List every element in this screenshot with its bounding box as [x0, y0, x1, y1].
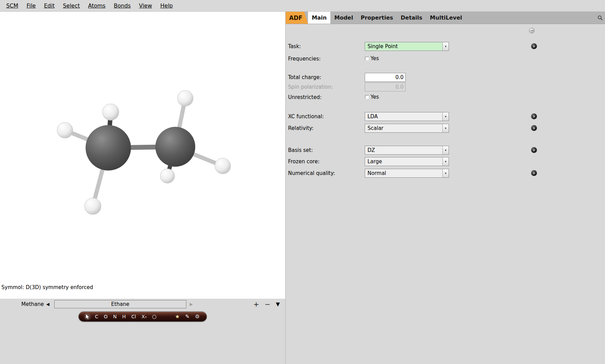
hydrogen-atom[interactable] [177, 90, 193, 106]
hydrogen-atom[interactable] [57, 122, 73, 138]
spacer [466, 12, 597, 24]
tab-multilevel[interactable]: MultiLevel [426, 12, 466, 24]
menu-file[interactable]: File [22, 2, 40, 9]
menu-scm[interactable]: SCM [2, 2, 22, 9]
prev-molecule-button[interactable]: Methane ◀ [21, 301, 50, 307]
xc-functional-details-button[interactable]: › [531, 113, 537, 119]
relativity-dropdown[interactable]: Scalar ▾ [365, 124, 449, 133]
basis-set-dropdown[interactable]: DZ ▾ [365, 146, 449, 155]
remove-molecule-button[interactable]: − [265, 300, 271, 308]
cursor-icon [86, 314, 89, 319]
menu-help[interactable]: Help [156, 2, 177, 9]
carbon-atom[interactable] [86, 125, 131, 170]
tab-model[interactable]: Model [330, 12, 357, 24]
relativity-details-button[interactable]: › [531, 125, 537, 131]
menu-view[interactable]: View [135, 2, 156, 9]
hydrogen-atom[interactable] [160, 169, 175, 183]
frozen-core-dropdown[interactable]: Large ▾ [365, 157, 449, 166]
oxygen-tool[interactable]: O [101, 314, 110, 319]
current-molecule-field[interactable]: Ethane [54, 300, 186, 308]
tab-bar: ADF Main Model Properties Details MultiL… [286, 12, 605, 24]
task-label: Task: [288, 42, 301, 51]
frequencies-checkbox[interactable]: Yes [365, 55, 379, 62]
search-icon [597, 15, 603, 21]
relativity-row: Relativity: Scalar ▾ › [286, 124, 605, 133]
xc-functional-dropdown[interactable]: LDA ▾ [365, 112, 449, 121]
element-x-label: X [142, 314, 145, 319]
symmetry-status: Symmol: D(3D) symmetry enforced [1, 284, 93, 290]
right-arrow-icon[interactable]: ▶ [190, 302, 193, 307]
ring-tool-icon[interactable]: ○ [149, 314, 159, 319]
numerical-quality-dropdown[interactable]: Normal ▾ [365, 169, 449, 178]
unrestricted-label: Unrestricted: [288, 93, 322, 102]
chevron-right-icon: › [533, 170, 535, 175]
tab-main[interactable]: Main [308, 12, 331, 24]
chevron-right-icon: › [533, 147, 535, 152]
basis-set-label: Basis set: [288, 146, 313, 155]
carbon-tool[interactable]: C [92, 314, 101, 319]
menu-bonds[interactable]: Bonds [110, 2, 135, 9]
star-tool-icon[interactable]: ★ [172, 314, 182, 319]
chevron-down-icon[interactable]: ▾ [442, 146, 449, 154]
xc-functional-row: XC functional: LDA ▾ › [286, 112, 605, 121]
menu-edit[interactable]: Edit [40, 2, 59, 9]
frozen-core-label: Frozen core: [288, 157, 319, 166]
chlorine-tool[interactable]: Cl [129, 314, 139, 319]
spin-polarization-label: Spin polarization: [288, 82, 333, 91]
checkbox-icon[interactable] [365, 57, 369, 60]
unrestricted-checkbox[interactable]: Yes [365, 94, 379, 100]
frequencies-row: Frequencies: Yes [286, 54, 605, 63]
total-charge-input[interactable] [365, 73, 406, 82]
menu-select[interactable]: Select [59, 2, 84, 9]
relativity-value: Scalar [365, 124, 442, 132]
task-dropdown[interactable]: Single Point ▾ [365, 42, 449, 51]
frequencies-option-label: Yes [371, 55, 379, 62]
carbon-atom[interactable] [155, 127, 195, 167]
chevron-right-icon: › [533, 114, 535, 119]
basis-set-row: Basis set: DZ ▾ › [286, 146, 605, 155]
gear-tool-icon[interactable]: ⚙ [192, 314, 202, 319]
xc-functional-value: LDA [365, 112, 442, 121]
hydrogen-atom[interactable] [215, 158, 231, 174]
hydrogen-tool[interactable]: H [119, 314, 129, 319]
select-tool-icon[interactable] [83, 313, 92, 321]
element-x-tool[interactable]: X ▾ [139, 314, 150, 319]
chevron-down-icon[interactable]: ▾ [442, 42, 449, 51]
nitrogen-tool[interactable]: N [110, 314, 119, 319]
panel-round-button[interactable] [529, 28, 535, 33]
numerical-quality-label: Numerical quality: [288, 169, 335, 178]
prev-molecule-label: Methane [21, 301, 44, 307]
molecule-viewer[interactable]: Symmol: D(3D) symmetry enforced [0, 12, 285, 299]
basis-set-details-button[interactable]: › [531, 147, 537, 153]
search-button[interactable] [597, 12, 603, 24]
numerical-quality-value: Normal [365, 169, 442, 177]
chevron-down-icon[interactable]: ▾ [442, 169, 449, 177]
chevron-down-icon[interactable]: ▾ [442, 124, 449, 132]
unrestricted-option-label: Yes [371, 94, 379, 100]
hydrogen-atom[interactable] [85, 198, 101, 214]
xc-functional-label: XC functional: [288, 112, 324, 121]
chevron-down-icon[interactable]: ▾ [442, 112, 449, 121]
frequencies-label: Frequencies: [288, 54, 321, 63]
chevron-down-icon[interactable]: ▾ [442, 157, 449, 166]
hydrogen-atom[interactable] [102, 104, 119, 120]
left-arrow-icon: ◀ [46, 302, 50, 307]
tab-properties[interactable]: Properties [357, 12, 397, 24]
spin-polarization-input [365, 82, 406, 91]
frozen-core-row: Frozen core: Large ▾ [286, 157, 605, 166]
checkbox-icon[interactable] [365, 95, 369, 99]
adf-logo: ADF [286, 12, 308, 24]
task-value: Single Point [365, 42, 442, 51]
total-charge-label: Total charge: [288, 73, 321, 82]
basis-set-value: DZ [365, 146, 442, 154]
pencil-tool-icon[interactable]: ✎ [183, 314, 192, 319]
tab-details[interactable]: Details [397, 12, 426, 24]
task-details-button[interactable]: › [531, 43, 537, 49]
molecule-menu-button[interactable]: ▼ [276, 301, 280, 307]
add-molecule-button[interactable]: + [253, 300, 259, 308]
menu-atoms[interactable]: Atoms [84, 2, 110, 9]
relativity-label: Relativity: [288, 124, 314, 133]
tool-strip: C O N H Cl X ▾ ○ ★ ✎ ⚙ [0, 310, 285, 326]
numerical-quality-details-button[interactable]: › [531, 170, 537, 176]
unrestricted-row: Unrestricted: Yes [286, 93, 605, 102]
